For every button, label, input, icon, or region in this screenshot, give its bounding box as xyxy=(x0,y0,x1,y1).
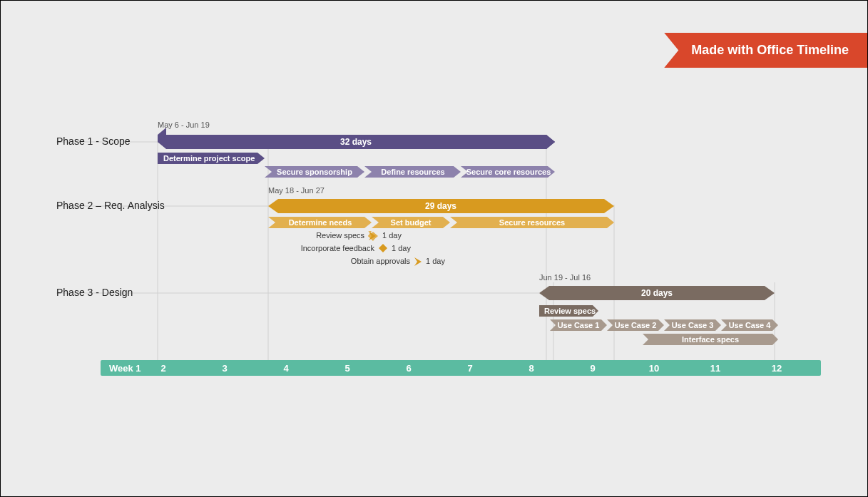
svg-marker-38 xyxy=(414,257,422,266)
week-1: Week 1 xyxy=(109,363,141,374)
svg-text:Use Case 1: Use Case 1 xyxy=(558,321,600,329)
phase1-daterange: May 6 - Jun 19 xyxy=(158,121,210,129)
phase3-daterange: Jun 19 - Jul 16 xyxy=(539,273,591,282)
svg-text:Secure resources: Secure resources xyxy=(499,218,565,227)
svg-text:1 day: 1 day xyxy=(426,257,445,265)
svg-text:Determine needs: Determine needs xyxy=(289,218,352,227)
p3-task-uc2: Use Case 2 xyxy=(607,319,664,331)
timeline-chart: Phase 1 - Scope May 6 - Jun 19 32 days 3… xyxy=(1,1,868,497)
phase2-daterange: May 18 - Jun 27 xyxy=(268,186,325,195)
phase2-label: Phase 2 – Req. Analysis xyxy=(56,200,165,211)
week-7: 7 xyxy=(467,363,472,374)
milestone-review: Review specs 1 day xyxy=(316,231,402,241)
p3-task-iface: Interface specs xyxy=(643,334,778,345)
p3-task-uc1: Use Case 1 xyxy=(550,319,607,331)
p2-task-needs: Determine needs xyxy=(268,217,372,228)
phase1-label: Phase 1 - Scope xyxy=(56,135,131,147)
p1-task-secure: Secure core resources xyxy=(461,166,555,178)
svg-text:1 day: 1 day xyxy=(382,231,402,240)
svg-marker-35 xyxy=(379,244,387,252)
week-3: 3 xyxy=(222,363,227,374)
week-8: 8 xyxy=(529,363,533,374)
svg-text:Review specs: Review specs xyxy=(544,307,596,315)
milestone-approvals: Obtain approvals 1 day xyxy=(351,257,446,266)
svg-text:Obtain approvals: Obtain approvals xyxy=(351,257,411,265)
svg-text:Use Case 4: Use Case 4 xyxy=(729,321,772,329)
phase1-duration: 32 days xyxy=(340,137,372,147)
phase2-duration: 29 days xyxy=(425,201,456,211)
svg-text:Determine project scope: Determine project scope xyxy=(163,154,255,163)
week-5: 5 xyxy=(344,363,349,374)
week-2: 2 xyxy=(160,363,165,374)
week-12: 12 xyxy=(772,363,782,374)
p3-task-review: Review specs xyxy=(539,305,598,317)
svg-text:Set budget: Set budget xyxy=(391,218,432,227)
p2-task-budget: Set budget xyxy=(372,217,450,228)
week-6: 6 xyxy=(406,363,411,374)
svg-text:Interface specs: Interface specs xyxy=(682,335,739,344)
p1-task-sponsorship: Secure sponsorship xyxy=(265,166,364,178)
phase3-label: Phase 3 - Design xyxy=(56,287,133,298)
svg-text:Define resources: Define resources xyxy=(381,168,444,176)
p2-task-resources: Secure resources xyxy=(450,217,614,228)
week-10: 10 xyxy=(649,363,659,374)
p3-task-uc4: Use Case 4 xyxy=(721,319,778,331)
svg-text:Use Case 3: Use Case 3 xyxy=(672,321,714,329)
svg-text:Incorporate feedback: Incorporate feedback xyxy=(301,244,375,252)
week-9: 9 xyxy=(590,363,595,374)
svg-text:Secure sponsorship: Secure sponsorship xyxy=(277,168,352,176)
svg-text:Review specs: Review specs xyxy=(316,231,364,240)
milestone-feedback: Incorporate feedback 1 day xyxy=(301,244,412,252)
p1-task-scope: Determine project scope xyxy=(158,153,265,164)
week-11: 11 xyxy=(710,363,720,374)
svg-text:1 day: 1 day xyxy=(392,244,411,252)
svg-text:Use Case 2: Use Case 2 xyxy=(615,321,657,329)
phase3-duration: 20 days xyxy=(641,288,673,298)
p3-task-uc3: Use Case 3 xyxy=(664,319,721,331)
week-4: 4 xyxy=(283,363,289,374)
svg-text:Secure core resources: Secure core resources xyxy=(466,168,551,176)
p1-task-define: Define resources xyxy=(364,166,461,178)
